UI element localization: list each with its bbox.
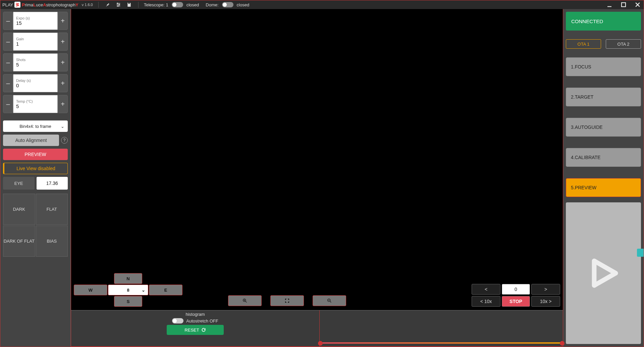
west-button[interactable]: W: [74, 285, 107, 295]
temp-field[interactable]: Temp (°C)5: [13, 95, 58, 113]
svg-point-0: [117, 3, 118, 4]
temp-plus[interactable]: +: [58, 95, 68, 113]
dome-label: Dome:: [206, 2, 218, 7]
autostretch-toggle[interactable]: [172, 318, 183, 324]
menubar: PLAY PrimaLuceAstrophotographY v 1.6.0 T…: [0, 0, 644, 9]
zoom-out-button[interactable]: [313, 295, 346, 306]
logo-icon: [14, 2, 20, 8]
calibration-grid: DARK FLAT DARK OF FLAT BIAS: [3, 194, 68, 257]
rotate-left-button[interactable]: <: [472, 284, 500, 295]
telescope-toggle[interactable]: [172, 2, 183, 7]
chevron-down-icon: ⌄: [142, 288, 145, 293]
east-button[interactable]: E: [149, 285, 182, 295]
direction-pad: N W 8⌄ E S: [74, 273, 182, 307]
step-autoguide[interactable]: 3.AUTOGUIDE: [566, 118, 641, 137]
eye-label: EYE: [3, 177, 35, 190]
stop-button[interactable]: STOP: [502, 296, 530, 307]
histogram-panel: histogram Autostretch OFF RESET: [71, 310, 563, 346]
fit-button[interactable]: [270, 295, 304, 306]
svg-point-2: [117, 6, 118, 7]
shots-control: – Shots5 +: [3, 53, 68, 71]
shots-field[interactable]: Shots5: [13, 53, 58, 71]
flat-button[interactable]: FLAT: [36, 194, 68, 225]
shots-minus[interactable]: –: [3, 53, 13, 71]
expo-field[interactable]: Expo (s)15: [13, 12, 58, 30]
gain-minus[interactable]: –: [3, 33, 13, 51]
dome-toggle[interactable]: [222, 2, 233, 7]
help-icon[interactable]: ?: [61, 137, 68, 144]
expo-minus[interactable]: –: [3, 12, 13, 30]
gain-control: – Gain1 +: [3, 33, 68, 51]
step-preview[interactable]: 5.PREVIEW: [566, 178, 641, 197]
telescope-state: closed: [186, 2, 199, 7]
image-viewport[interactable]: N W 8⌄ E S < 0 >: [71, 9, 563, 310]
zoom-in-button[interactable]: [228, 295, 262, 306]
app-title: PrimaLuceAstrophotographY: [22, 2, 78, 7]
histogram-slider[interactable]: [319, 310, 563, 346]
close-button[interactable]: [634, 1, 642, 9]
eye-value: 17.36: [37, 177, 68, 190]
sliders-icon[interactable]: [115, 1, 122, 8]
step-calibrate[interactable]: 4.CALIBRATE: [566, 148, 641, 167]
connection-status[interactable]: CONNECTED: [566, 12, 641, 31]
temp-minus[interactable]: –: [3, 95, 13, 113]
temp-control: – Temp (°C)5 +: [3, 95, 68, 113]
sidebar-left: – Expo (s)15 + – Gain1 + – Shots5 + – De…: [0, 9, 71, 347]
start-sequence-button[interactable]: [566, 202, 641, 344]
binning-select[interactable]: Bin4x4: to frame ⌄: [3, 120, 68, 132]
liveview-button[interactable]: Live View disabled: [3, 163, 68, 174]
app-logo: PLAY PrimaLuceAstrophotographY v 1.6.0: [2, 2, 93, 8]
rotate-left-10x-button[interactable]: < 10x: [472, 296, 500, 307]
sidebar-right: CONNECTED OTA 1 OTA 2 1.FOCUS 2.TARGET 3…: [563, 9, 644, 347]
delay-control: – Delay (s)0 +: [3, 74, 68, 92]
dark-button[interactable]: DARK: [3, 194, 35, 225]
ota1-button[interactable]: OTA 1: [566, 39, 601, 49]
bias-button[interactable]: BIAS: [36, 226, 68, 257]
delay-field[interactable]: Delay (s)0: [13, 74, 58, 92]
svg-rect-4: [622, 3, 626, 7]
gain-field[interactable]: Gain1: [13, 33, 58, 51]
center-panel: N W 8⌄ E S < 0 >: [71, 9, 563, 347]
preview-button[interactable]: PREVIEW: [3, 149, 68, 160]
save-icon[interactable]: [125, 1, 133, 8]
reset-button[interactable]: RESET: [167, 325, 224, 335]
autostretch-label: Autostretch OFF: [186, 318, 218, 324]
step-focus[interactable]: 1.FOCUS: [566, 57, 641, 76]
expo-plus[interactable]: +: [58, 12, 68, 30]
rotator-controls: < 0 > < 10x STOP 10x >: [472, 284, 560, 307]
teamviewer-icon[interactable]: [637, 249, 644, 257]
south-button[interactable]: S: [114, 296, 142, 307]
step-target[interactable]: 2.TARGET: [566, 88, 641, 106]
delay-plus[interactable]: +: [58, 74, 68, 92]
rotate-value[interactable]: 0: [502, 284, 530, 295]
delay-minus[interactable]: –: [3, 74, 13, 92]
rotate-right-button[interactable]: >: [531, 284, 560, 295]
telescope-label: Telescope: 1: [144, 2, 168, 7]
minimize-button[interactable]: [605, 1, 613, 9]
speed-select[interactable]: 8⌄: [108, 285, 148, 295]
rotate-right-10x-button[interactable]: 10x >: [531, 296, 560, 307]
app-play-label: PLAY: [2, 2, 13, 7]
north-button[interactable]: N: [114, 273, 142, 284]
svg-point-1: [119, 4, 120, 5]
shots-plus[interactable]: +: [58, 53, 68, 71]
app-version: v 1.6.0: [82, 3, 93, 7]
dome-state: closed: [237, 2, 250, 7]
histogram-title: histogram: [185, 312, 205, 317]
ota2-button[interactable]: OTA 2: [606, 39, 641, 49]
maximize-button[interactable]: [620, 1, 628, 9]
chevron-down-icon: ⌄: [61, 124, 64, 129]
expo-control: – Expo (s)15 +: [3, 12, 68, 30]
pin-icon[interactable]: [104, 1, 111, 8]
darkflat-button[interactable]: DARK OF FLAT: [3, 226, 35, 257]
svg-rect-3: [607, 6, 611, 7]
gain-plus[interactable]: +: [58, 33, 68, 51]
auto-alignment-button[interactable]: Auto Alignment: [3, 135, 59, 146]
